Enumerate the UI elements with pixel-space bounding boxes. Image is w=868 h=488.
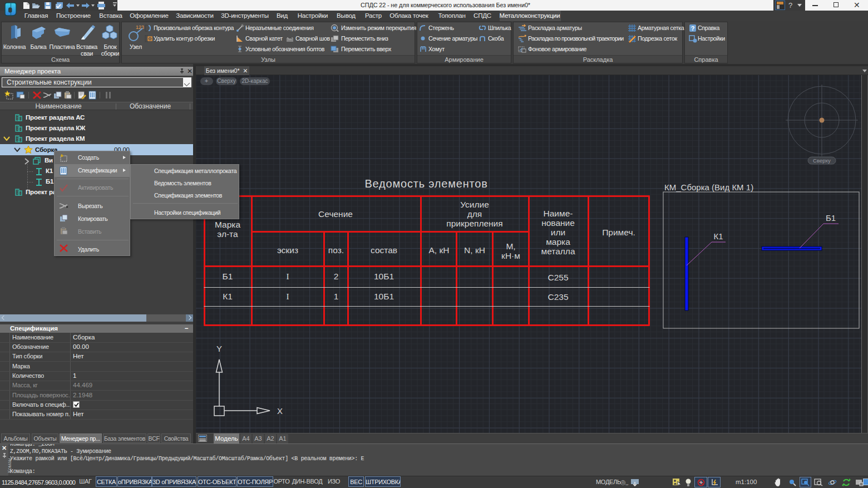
svg-text:КМ_Сборка (Вид КМ 1): КМ_Сборка (Вид КМ 1) — [664, 183, 753, 192]
svg-text:Сверху: Сверху — [813, 157, 831, 164]
svg-text:N, кН: N, кН — [464, 245, 485, 255]
svg-text:Б1: Б1 — [223, 272, 233, 281]
svg-text:М,: М, — [506, 241, 515, 251]
svg-text:С255: С255 — [548, 273, 568, 282]
svg-text:2D-каркас: 2D-каркас — [242, 78, 268, 84]
svg-text:1: 1 — [334, 292, 339, 301]
svg-text:К1: К1 — [713, 231, 723, 241]
svg-text:прикрепления: прикрепления — [446, 219, 502, 228]
svg-text:нование: нование — [541, 218, 575, 228]
svg-text:Б1: Б1 — [826, 213, 836, 223]
svg-text:эскиз: эскиз — [277, 245, 298, 255]
svg-text:2: 2 — [334, 272, 339, 281]
svg-text:I: I — [286, 292, 289, 301]
svg-text:С235: С235 — [548, 292, 568, 302]
svg-text:Наиме-: Наиме- — [544, 209, 573, 218]
svg-text:Y: Y — [216, 344, 222, 353]
svg-text:Примеч.: Примеч. — [602, 228, 635, 237]
svg-text:марка: марка — [546, 237, 570, 247]
svg-text:X: X — [277, 406, 283, 416]
svg-text:или: или — [551, 228, 565, 237]
svg-text:123: 123 — [136, 24, 144, 30]
svg-text:10Б1: 10Б1 — [374, 272, 394, 281]
svg-text:эл-та: эл-та — [217, 229, 238, 239]
svg-text:?: ? — [691, 25, 695, 32]
svg-text:поз.: поз. — [328, 245, 344, 255]
svg-text:I: I — [286, 272, 289, 281]
svg-text:Усилие: Усилие — [460, 200, 489, 209]
svg-text:К1: К1 — [223, 292, 233, 301]
svg-text:для: для — [467, 209, 482, 219]
svg-text:кН·м: кН·м — [501, 251, 520, 260]
svg-text:металла: металла — [541, 247, 575, 256]
svg-text:состав: состав — [371, 245, 397, 255]
svg-text:Сечение: Сечение — [318, 209, 353, 219]
svg-text:+: + — [205, 77, 208, 84]
svg-text:А, кН: А, кН — [429, 245, 450, 255]
svg-text:Марка: Марка — [215, 220, 240, 229]
svg-text:Сверху: Сверху — [217, 78, 235, 84]
svg-text:10Б1: 10Б1 — [374, 292, 394, 301]
svg-text:Ведомость элементов: Ведомость элементов — [364, 178, 487, 190]
